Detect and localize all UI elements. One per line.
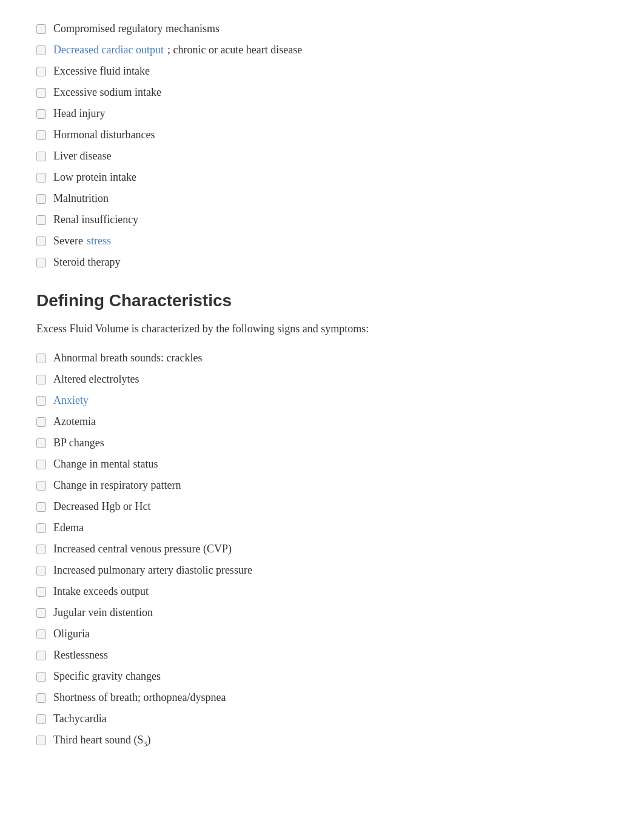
list-item: Steroid therapy bbox=[36, 252, 608, 273]
bullet-icon bbox=[36, 236, 46, 246]
item-text: Abnormal breath sounds: crackles bbox=[53, 350, 202, 366]
list-item: Jugular vein distention bbox=[36, 602, 608, 623]
item-inline: Severe stress bbox=[53, 233, 111, 249]
anxiety-link[interactable]: Anxiety bbox=[53, 392, 89, 409]
description-term: Excess Fluid Volume bbox=[36, 323, 129, 335]
item-text: Compromised regulatory mechanisms bbox=[53, 21, 220, 37]
defining-characteristics-heading: Defining Characteristics bbox=[36, 291, 608, 310]
bullet-icon bbox=[36, 629, 46, 639]
list-item: Malnutrition bbox=[36, 188, 608, 209]
item-text: Change in mental status bbox=[53, 456, 158, 472]
list-item: Excessive fluid intake bbox=[36, 61, 608, 82]
related-factors-list: Compromised regulatory mechanisms Decrea… bbox=[36, 18, 608, 273]
subscript-3: 3 bbox=[143, 740, 147, 748]
defining-characteristics-list: Abnormal breath sounds: crackles Altered… bbox=[36, 347, 608, 752]
bullet-icon bbox=[36, 714, 46, 724]
item-text: Increased pulmonary artery diastolic pre… bbox=[53, 562, 252, 578]
list-item: Compromised regulatory mechanisms bbox=[36, 18, 608, 39]
list-item: Abnormal breath sounds: crackles bbox=[36, 347, 608, 369]
list-item: Decreased cardiac output ; chronic or ac… bbox=[36, 39, 608, 61]
bullet-icon bbox=[36, 375, 46, 384]
bullet-icon bbox=[36, 672, 46, 682]
item-text: Low protein intake bbox=[53, 169, 136, 186]
bullet-icon bbox=[36, 67, 46, 76]
bullet-icon bbox=[36, 152, 46, 161]
item-suffix: ; chronic or acute heart disease bbox=[167, 42, 302, 58]
list-item: Decreased Hgb or Hct bbox=[36, 496, 608, 517]
list-item: Low protein intake bbox=[36, 167, 608, 188]
item-text: Oliguria bbox=[53, 626, 90, 642]
item-text: BP changes bbox=[53, 435, 104, 451]
list-item: BP changes bbox=[36, 432, 608, 454]
bullet-icon bbox=[36, 693, 46, 703]
section-description: Excess Fluid Volume is characterized by … bbox=[36, 323, 608, 335]
list-item: Intake exceeds output bbox=[36, 581, 608, 602]
item-text: Jugular vein distention bbox=[53, 605, 153, 621]
item-text: Shortness of breath; orthopnea/dyspnea bbox=[53, 689, 226, 706]
item-text: Altered electrolytes bbox=[53, 371, 139, 387]
bullet-icon bbox=[36, 354, 46, 363]
list-item: Shortness of breath; orthopnea/dyspnea bbox=[36, 687, 608, 708]
item-text: Tachycardia bbox=[53, 711, 107, 727]
bullet-icon bbox=[36, 258, 46, 267]
description-rest: is characterized by the following signs … bbox=[129, 323, 369, 335]
item-text: Intake exceeds output bbox=[53, 583, 149, 600]
item-text: Specific gravity changes bbox=[53, 668, 161, 685]
bullet-icon bbox=[36, 523, 46, 533]
item-text: Increased central venous pressure (CVP) bbox=[53, 541, 232, 557]
list-item: Specific gravity changes bbox=[36, 666, 608, 687]
list-item: Hormonal disturbances bbox=[36, 124, 608, 146]
list-item: Increased pulmonary artery diastolic pre… bbox=[36, 560, 608, 581]
list-item: Change in mental status bbox=[36, 454, 608, 475]
bullet-icon bbox=[36, 438, 46, 448]
list-item: Restlessness bbox=[36, 645, 608, 666]
list-item: Altered electrolytes bbox=[36, 369, 608, 390]
bullet-icon bbox=[36, 651, 46, 660]
decreased-cardiac-link[interactable]: Decreased cardiac output bbox=[53, 42, 164, 58]
list-item: Renal insufficiency bbox=[36, 209, 608, 230]
item-text: Excessive fluid intake bbox=[53, 63, 150, 79]
bullet-icon bbox=[36, 45, 46, 55]
bullet-icon bbox=[36, 566, 46, 575]
list-item: Azotemia bbox=[36, 411, 608, 432]
bullet-icon bbox=[36, 173, 46, 183]
bullet-icon bbox=[36, 88, 46, 98]
item-text: Hormonal disturbances bbox=[53, 127, 155, 143]
bullet-icon bbox=[36, 194, 46, 204]
bullet-icon bbox=[36, 502, 46, 512]
item-text: Head injury bbox=[53, 106, 105, 122]
item-text: Steroid therapy bbox=[53, 254, 120, 270]
list-item: Edema bbox=[36, 517, 608, 538]
list-item: Change in respiratory pattern bbox=[36, 475, 608, 496]
item-inline: Decreased cardiac output ; chronic or ac… bbox=[53, 42, 302, 58]
list-item: Severe stress bbox=[36, 230, 608, 252]
item-text: Change in respiratory pattern bbox=[53, 477, 181, 494]
list-item: Head injury bbox=[36, 103, 608, 124]
third-heart-text: Third heart sound (S3) bbox=[53, 732, 150, 749]
item-text: Liver disease bbox=[53, 148, 111, 164]
item-text: Restlessness bbox=[53, 647, 108, 663]
list-item: Tachycardia bbox=[36, 708, 608, 729]
stress-link[interactable]: stress bbox=[87, 233, 111, 249]
bullet-icon bbox=[36, 24, 46, 34]
item-text: Azotemia bbox=[53, 414, 96, 430]
list-item: Third heart sound (S3) bbox=[36, 729, 608, 752]
list-item: Anxiety bbox=[36, 390, 608, 411]
bullet-icon bbox=[36, 460, 46, 469]
item-text: Decreased Hgb or Hct bbox=[53, 498, 150, 515]
bullet-icon bbox=[36, 396, 46, 406]
item-text: Excessive sodium intake bbox=[53, 84, 161, 101]
bullet-icon bbox=[36, 215, 46, 225]
list-item: Liver disease bbox=[36, 146, 608, 167]
bullet-icon bbox=[36, 417, 46, 427]
item-text: Severe bbox=[53, 233, 83, 249]
bullet-icon bbox=[36, 130, 46, 140]
bullet-icon bbox=[36, 587, 46, 597]
item-text: Edema bbox=[53, 520, 84, 536]
bullet-icon bbox=[36, 545, 46, 554]
list-item: Oliguria bbox=[36, 623, 608, 645]
bullet-icon bbox=[36, 608, 46, 618]
bullet-icon bbox=[36, 736, 46, 745]
list-item: Increased central venous pressure (CVP) bbox=[36, 538, 608, 560]
item-text: Renal insufficiency bbox=[53, 212, 138, 228]
